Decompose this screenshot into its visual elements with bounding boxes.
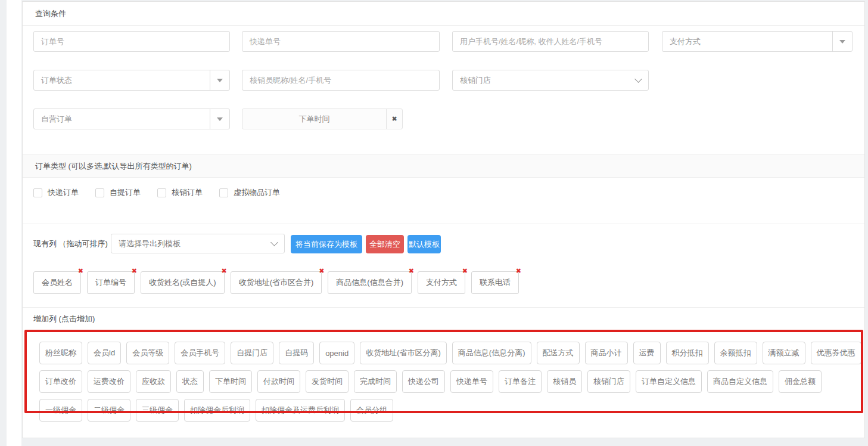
add-column-button[interactable]: 商品小计 xyxy=(585,342,628,364)
order-type-option[interactable]: 自提订单 xyxy=(95,187,141,198)
existing-column-chip[interactable]: 订单编号 ✖ xyxy=(87,271,135,294)
add-column-button[interactable]: 会员id xyxy=(88,342,121,364)
order-number-input[interactable]: 订单号 xyxy=(33,31,230,52)
user-info-placeholder: 用户手机号/姓名/昵称, 收件人姓名/手机号 xyxy=(460,36,602,47)
chevron-down-icon xyxy=(264,242,284,245)
chevron-down-icon xyxy=(628,79,648,82)
pay-type-select[interactable]: 支付方式 xyxy=(662,31,853,52)
add-column-button[interactable]: 状态 xyxy=(176,370,204,393)
checkbox[interactable] xyxy=(157,188,166,197)
existing-column-chip[interactable]: 支付方式 ✖ xyxy=(418,271,465,294)
add-column-button[interactable]: 下单时间 xyxy=(209,370,252,393)
checkbox[interactable] xyxy=(95,188,104,197)
chip-label: 收货姓名(或自提人) xyxy=(149,277,216,288)
add-column-button[interactable]: 核销门店 xyxy=(587,370,630,393)
express-number-input[interactable]: 快递单号 xyxy=(242,31,440,52)
checkbox-label: 自提订单 xyxy=(110,187,141,198)
chip-label: 收货地址(省市区合并) xyxy=(239,277,314,288)
add-column-button[interactable]: 佣金总额 xyxy=(779,370,822,393)
add-column-button[interactable]: 二级佣金 xyxy=(88,399,130,422)
remove-icon[interactable]: ✖ xyxy=(409,267,414,275)
remove-icon[interactable]: ✖ xyxy=(462,267,468,275)
remove-icon[interactable]: ✖ xyxy=(132,267,137,275)
order-type-option[interactable]: 虚拟物品订单 xyxy=(219,187,280,198)
add-column-button[interactable]: 商品信息(信息分离) xyxy=(452,342,531,364)
panel-title: 查询条件 xyxy=(23,2,864,26)
remove-icon[interactable]: ✖ xyxy=(516,267,521,275)
add-column-button[interactable]: 粉丝昵称 xyxy=(39,342,82,364)
add-column-button[interactable]: 完成时间 xyxy=(354,370,397,393)
order-type-option[interactable]: 核销订单 xyxy=(157,187,203,198)
add-column-button[interactable]: 优惠券优惠 xyxy=(811,342,861,364)
chip-label: 联系电话 xyxy=(480,277,511,288)
add-column-button[interactable]: 运费 xyxy=(633,342,661,364)
remove-icon[interactable]: ✖ xyxy=(78,267,83,275)
add-column-button[interactable]: 收货地址(省市区分离) xyxy=(360,342,447,364)
add-column-button[interactable]: 自提码 xyxy=(279,342,314,364)
existing-column-chip[interactable]: 联系电话 ✖ xyxy=(471,271,519,294)
add-column-button[interactable]: 订单备注 xyxy=(499,370,542,393)
save-as-template-button[interactable]: 将当前保存为模板 xyxy=(291,235,362,253)
clear-all-button[interactable]: 全部清空 xyxy=(366,235,404,253)
add-columns-row-2: 订单改价 运费改价 应收款 状态 下单时间 付款时间 发货时间 完成时间 快递公… xyxy=(39,370,861,393)
add-column-button[interactable]: 商品自定义信息 xyxy=(707,370,773,393)
add-column-button[interactable]: 应收款 xyxy=(136,370,171,393)
clear-icon[interactable]: ✖ xyxy=(386,109,402,129)
verify-store-select[interactable]: 核销门店 xyxy=(452,70,649,91)
order-time-picker[interactable]: 下单时间 ✖ xyxy=(242,109,403,129)
order-status-select[interactable]: 订单状态 xyxy=(33,70,230,91)
chip-label: 商品信息(信息合并) xyxy=(336,277,403,288)
add-column-button[interactable]: 付款时间 xyxy=(257,370,300,393)
add-column-button[interactable]: 自提门店 xyxy=(231,342,273,364)
export-template-select[interactable]: 请选择导出列模板 xyxy=(111,234,285,253)
divider xyxy=(23,224,864,224)
order-type-section-title: 订单类型 (可以多选,默认导出所有类型的订单) xyxy=(23,154,864,178)
export-settings-panel: 查询条件 订单号 快递单号 用户手机号/姓名/昵称, 收件人姓名/手机号 支付方… xyxy=(22,1,865,438)
dropdown-arrow-icon[interactable] xyxy=(210,70,229,90)
existing-column-chip[interactable]: 商品信息(信息合并) ✖ xyxy=(328,271,412,294)
existing-column-chip[interactable]: 会员姓名 ✖ xyxy=(33,271,81,294)
checkbox[interactable] xyxy=(219,188,228,197)
add-column-button[interactable]: 扣除佣金及运费后利润 xyxy=(256,399,345,422)
order-status-value: 订单状态 xyxy=(34,75,210,86)
default-template-button[interactable]: 默认模板 xyxy=(407,235,441,253)
user-info-input[interactable]: 用户手机号/姓名/昵称, 收件人姓名/手机号 xyxy=(452,31,649,52)
add-column-button[interactable]: 发货时间 xyxy=(306,370,349,393)
dropdown-arrow-icon[interactable] xyxy=(210,109,229,129)
self-operated-value: 自营订单 xyxy=(34,114,210,125)
add-column-button[interactable]: 满额立减 xyxy=(763,342,805,364)
add-column-button[interactable]: 会员分组 xyxy=(350,399,393,422)
add-column-button[interactable]: 三级佣金 xyxy=(136,399,179,422)
verifier-input[interactable]: 核销员昵称/姓名/手机号 xyxy=(242,70,440,91)
add-column-button[interactable]: 快递单号 xyxy=(450,370,493,393)
add-columns-row-3: 一级佣金 二级佣金 三级佣金 扣除佣金后利润 扣除佣金及运费后利润 会员分组 xyxy=(39,399,861,422)
checkbox[interactable] xyxy=(33,188,42,197)
add-column-button[interactable]: 订单改价 xyxy=(39,370,82,393)
existing-column-chip[interactable]: 收货姓名(或自提人) ✖ xyxy=(141,271,225,294)
dropdown-arrow-icon[interactable] xyxy=(832,32,852,51)
add-column-button[interactable]: openid xyxy=(319,342,354,364)
add-column-button[interactable]: 核销员 xyxy=(547,370,582,393)
add-column-button[interactable]: 会员手机号 xyxy=(175,342,225,364)
checkbox-label: 核销订单 xyxy=(172,187,203,198)
express-number-placeholder: 快递单号 xyxy=(250,36,281,47)
add-column-button[interactable]: 运费改价 xyxy=(88,370,130,393)
existing-column-chip[interactable]: 收货地址(省市区合并) ✖ xyxy=(231,271,322,294)
remove-icon[interactable]: ✖ xyxy=(221,267,226,275)
add-column-button[interactable]: 积分抵扣 xyxy=(666,342,709,364)
order-time-value[interactable]: 下单时间 xyxy=(242,109,386,129)
add-column-button[interactable]: 余额抵扣 xyxy=(714,342,757,364)
order-type-option[interactable]: 快递订单 xyxy=(33,187,79,198)
order-type-checkbox-group: 快递订单 自提订单 核销订单 虚拟物品订单 xyxy=(33,187,280,198)
add-column-button[interactable]: 配送方式 xyxy=(537,342,580,364)
page-left-gutter xyxy=(7,0,21,446)
existing-columns-list: 会员姓名 ✖ 订单编号 ✖ 收货姓名(或自提人) ✖ 收货地址(省市区合并) ✖… xyxy=(33,271,519,294)
add-column-button[interactable]: 快递公司 xyxy=(402,370,445,393)
add-column-button[interactable]: 会员等级 xyxy=(126,342,169,364)
divider xyxy=(23,307,864,308)
add-column-button[interactable]: 一级佣金 xyxy=(39,399,82,422)
self-operated-select[interactable]: 自营订单 xyxy=(33,109,230,129)
remove-icon[interactable]: ✖ xyxy=(319,267,324,275)
add-column-button[interactable]: 扣除佣金后利润 xyxy=(184,399,250,422)
add-column-button[interactable]: 订单自定义信息 xyxy=(636,370,702,393)
